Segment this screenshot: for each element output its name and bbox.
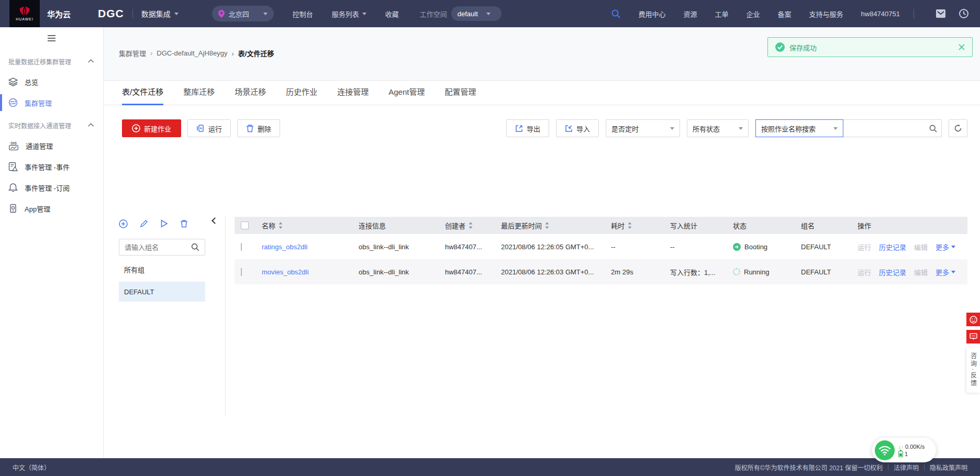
op-history[interactable]: 历史记录 [879, 267, 906, 277]
huawei-logo[interactable]: HUAWEI [9, 0, 40, 27]
footer: 中文（简体） 版权所有©华为软件技术有限公司 2021 保留一切权利 法律声明 … [0, 458, 980, 476]
nav-icp[interactable]: 备案 [778, 9, 792, 19]
column-duration[interactable]: 耗时 [605, 220, 664, 230]
app-icon [8, 204, 18, 213]
sort-icon[interactable] [628, 222, 632, 229]
delete-group-icon[interactable] [180, 219, 188, 228]
search-icon[interactable] [191, 243, 199, 251]
search-icon[interactable] [611, 9, 620, 18]
duration: -- [605, 243, 664, 251]
breadcrumb-cluster-management[interactable]: 集群管理 [119, 48, 146, 58]
group-name: DEFAULT [795, 243, 851, 251]
nav-resources[interactable]: 资源 [683, 9, 697, 19]
sort-icon[interactable] [469, 222, 473, 229]
new-job-button[interactable]: 新建作业 [122, 119, 181, 137]
search-icon[interactable] [929, 125, 937, 132]
search-mode-select[interactable]: 按照作业名称搜索 [755, 119, 843, 137]
divider [132, 9, 133, 18]
sidebar-item-overview[interactable]: 总览 [0, 71, 103, 92]
last-updated: 2021/08/06 12:26:03 GMT+0... [495, 268, 605, 276]
content-card: 表/文件迁移 整库迁移 场景迁移 历史作业 连接管理 Agent管理 配置管理 … [104, 80, 980, 458]
row-checkbox[interactable] [241, 243, 242, 251]
export-button[interactable]: 导出 [506, 119, 549, 137]
column-creator[interactable]: 创建者 [439, 220, 495, 230]
job-name-link[interactable]: movies_obs2dli [262, 268, 309, 276]
op-more[interactable]: 更多 [936, 242, 955, 252]
sidebar-item-app-management[interactable]: App管理 [0, 198, 103, 219]
select-all-checkbox[interactable] [241, 222, 249, 229]
smiley-icon [970, 316, 977, 324]
run-button[interactable]: 运行 [187, 119, 231, 137]
legal-notice-link[interactable]: 法律声明 [894, 463, 919, 472]
nav-console[interactable]: 控制台 [293, 9, 313, 19]
column-last-updated[interactable]: 最后更新时间 [495, 220, 605, 230]
add-group-icon[interactable] [119, 219, 128, 228]
op-history[interactable]: 历史记录 [879, 242, 906, 252]
message-icon[interactable] [936, 9, 945, 18]
import-button[interactable]: 导入 [556, 119, 599, 137]
schedule-filter-select[interactable]: 是否定时 [606, 119, 680, 137]
connection-info: obs_link--dli_link [352, 268, 439, 276]
tab-whole-db-migration[interactable]: 整库迁移 [183, 86, 215, 105]
op-edit[interactable]: 编辑 [914, 242, 928, 252]
sidebar-item-channel-management[interactable]: DIS 通道管理 [0, 135, 103, 156]
workspace-selector[interactable]: default [451, 6, 502, 21]
panel-collapse-icon[interactable] [211, 217, 218, 224]
job-search-input[interactable] [848, 125, 929, 132]
refresh-button[interactable] [949, 119, 967, 137]
op-more[interactable]: 更多 [936, 267, 955, 277]
sidebar-collapse-toggle[interactable] [0, 27, 103, 49]
region-selector[interactable]: 北京四 [212, 6, 274, 21]
tab-connection-management[interactable]: 连接管理 [337, 86, 369, 105]
edit-group-icon[interactable] [140, 219, 148, 228]
sidebar-item-event-management-events[interactable]: 事件管理 -事件 [0, 156, 103, 177]
close-icon[interactable] [959, 44, 965, 50]
row-checkbox[interactable] [241, 268, 242, 276]
nav-enterprise[interactable]: 企业 [746, 9, 760, 19]
language-selector[interactable]: 中文（简体） [13, 463, 50, 472]
tab-agent-management[interactable]: Agent管理 [388, 86, 425, 105]
tab-table-file-migration[interactable]: 表/文件迁移 [122, 86, 163, 105]
down-up-arrows-icon: ↓↑ [898, 444, 904, 450]
job-name-link[interactable]: ratings_obs2dli [262, 243, 307, 251]
consult-feedback-tab[interactable]: 咨询·反馈 [966, 347, 980, 393]
sidebar-group-realtime-ingestion[interactable]: 实时数据接入通道管理 [0, 115, 103, 135]
status-filter-select[interactable]: 所有状态 [687, 119, 749, 137]
satisfaction-survey-button[interactable] [966, 313, 980, 326]
account-name[interactable]: hw84740751 [861, 10, 900, 18]
group-item-default[interactable]: DEFAULT [119, 282, 205, 302]
tab-scenario-migration[interactable]: 场景迁移 [235, 86, 266, 105]
huawei-logo-text: HUAWEI [16, 17, 34, 21]
privacy-policy-link[interactable]: 隐私政策声明 [930, 463, 967, 472]
nav-service-list[interactable]: 服务列表 [332, 9, 366, 19]
network-speed: 0.00K/s [905, 444, 925, 450]
feedback-chat-button[interactable] [966, 330, 980, 344]
sort-icon[interactable] [545, 222, 549, 229]
op-run[interactable]: 运行 [858, 242, 871, 252]
sidebar-group-batch-migration[interactable]: 批量数据迁移集群管理 [0, 51, 103, 71]
nav-support[interactable]: 支持与服务 [809, 9, 843, 19]
nav-billing[interactable]: 费用中心 [638, 9, 665, 19]
nav-tickets[interactable]: 工单 [715, 9, 728, 19]
history-clock-icon[interactable] [959, 9, 968, 18]
network-speed-widget[interactable]: ↓↑ 0.00K/s 1 [872, 438, 936, 462]
tab-configuration-management[interactable]: 配置管理 [444, 86, 476, 105]
run-group-icon[interactable] [160, 219, 168, 228]
sidebar-item-event-management-subscriptions[interactable]: 事件管理 -订阅 [0, 177, 103, 198]
tab-historical-jobs[interactable]: 历史作业 [286, 86, 317, 105]
delete-button[interactable]: 删除 [237, 119, 280, 137]
op-run[interactable]: 运行 [858, 267, 871, 277]
column-name[interactable]: 名称 [255, 220, 352, 230]
sort-icon[interactable] [279, 222, 283, 229]
trash-icon [246, 124, 254, 132]
group-item-all[interactable]: 所有组 [119, 260, 205, 279]
op-edit[interactable]: 编辑 [914, 267, 928, 277]
divider [888, 464, 888, 470]
product-menu-dropdown[interactable]: 数据集成 [141, 8, 179, 19]
breadcrumb-cluster-name[interactable]: DGC-default_AjH8eygy [146, 49, 227, 57]
chat-bubble-icon [970, 333, 977, 340]
group-search-input[interactable] [125, 243, 191, 251]
sidebar-item-cluster-management[interactable]: 集群管理 [0, 92, 103, 113]
brand-name[interactable]: 华为云 [47, 8, 71, 19]
nav-favorites[interactable]: 收藏 [385, 9, 399, 19]
